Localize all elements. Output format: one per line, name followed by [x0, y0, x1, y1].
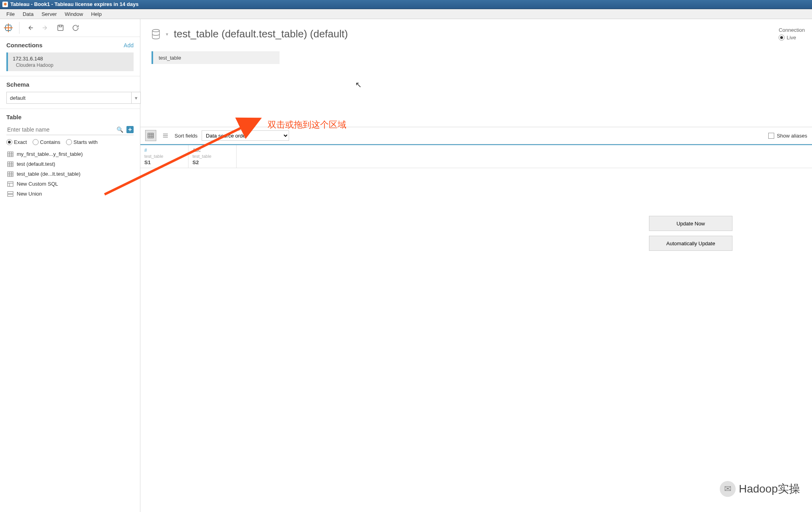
- list-view-button[interactable]: [160, 130, 171, 141]
- auto-update-button[interactable]: Automatically Update: [649, 236, 732, 251]
- union-icon: [7, 191, 14, 197]
- preview-area: Update Now Automatically Update ✉ Hadoop…: [140, 168, 812, 512]
- column-header[interactable]: Abc test_table S2: [188, 145, 237, 168]
- schema-dropdown[interactable]: default ▾: [6, 92, 141, 104]
- svg-rect-20: [8, 192, 13, 194]
- table-item[interactable]: my_first_table...y_first_table): [6, 149, 134, 159]
- svg-rect-24: [148, 133, 153, 138]
- add-connection-link[interactable]: Add: [124, 42, 134, 48]
- refresh-button[interactable]: [71, 23, 80, 32]
- toolbar-separator: [19, 22, 19, 34]
- tableau-logo-icon: [4, 23, 13, 32]
- update-now-button[interactable]: Update Now: [649, 216, 732, 231]
- svg-rect-7: [8, 162, 13, 167]
- svg-point-22: [152, 29, 159, 32]
- canvas-table-pill[interactable]: test_table: [152, 51, 280, 64]
- connections-label: Connections: [6, 42, 43, 48]
- wechat-icon: ✉: [720, 481, 736, 497]
- connection-mode: Connection Live: [779, 27, 805, 41]
- svg-rect-17: [8, 182, 13, 186]
- sort-dropdown[interactable]: Data source order: [202, 130, 289, 141]
- forward-button[interactable]: [41, 23, 50, 32]
- cursor-icon: ↖: [355, 80, 362, 89]
- connections-section: Connections Add 172.31.6.148 Cloudera Ha…: [0, 37, 140, 76]
- datasource-header: ▾ test_table (default.test_table) (defau…: [140, 19, 812, 44]
- show-aliases-checkbox[interactable]: [768, 133, 774, 139]
- table-label: Table: [6, 114, 21, 120]
- join-canvas[interactable]: test_table ↖ 双击或拖到这个区域: [140, 44, 812, 127]
- back-button[interactable]: [26, 23, 35, 32]
- connection-host: 172.31.6.148: [13, 56, 129, 62]
- type-icon: #: [144, 147, 184, 153]
- column-table: test_table: [192, 154, 232, 159]
- svg-rect-1: [59, 25, 62, 27]
- watermark: ✉ Hadoop实操: [720, 481, 800, 497]
- table-item[interactable]: test (default.test): [6, 159, 134, 169]
- menu-server[interactable]: Server: [37, 10, 60, 18]
- custom-sql-icon: [7, 181, 14, 187]
- connection-card[interactable]: 172.31.6.148 Cloudera Hadoop: [6, 52, 134, 71]
- match-contains[interactable]: Contains: [33, 139, 60, 145]
- match-starts-with[interactable]: Starts with: [66, 139, 98, 145]
- table-section: Table 🔍 + Exact Contains Starts with my_…: [0, 109, 140, 204]
- match-exact[interactable]: Exact: [6, 139, 27, 145]
- search-icon[interactable]: 🔍: [117, 126, 123, 133]
- database-icon: [152, 29, 160, 39]
- connection-live-radio[interactable]: Live: [779, 35, 805, 41]
- data-toolbar: Sort fields Data source order Show alias…: [140, 127, 812, 144]
- show-aliases-label: Show aliases: [777, 133, 807, 139]
- column-field: S2: [192, 159, 232, 165]
- svg-rect-12: [8, 172, 13, 176]
- schema-value: default: [10, 95, 25, 101]
- table-icon: [7, 171, 14, 177]
- add-table-button[interactable]: +: [126, 126, 134, 133]
- svg-rect-2: [8, 152, 13, 157]
- table-search-input[interactable]: [6, 126, 117, 133]
- svg-rect-0: [58, 25, 63, 30]
- match-mode-row: Exact Contains Starts with: [6, 139, 134, 145]
- tableau-app-icon: ✱: [2, 2, 8, 7]
- type-icon: Abc: [192, 147, 232, 153]
- table-item[interactable]: test_table (de...lt.test_table): [6, 169, 134, 179]
- menu-data[interactable]: Data: [19, 10, 37, 18]
- schema-section: Schema default ▾: [0, 76, 140, 109]
- datasource-title[interactable]: test_table (default.test_table) (default…: [174, 28, 348, 40]
- toolbar: [0, 19, 140, 37]
- connection-type: Cloudera Hadoop: [13, 62, 129, 68]
- data-grid: # test_table S1 Abc test_table S2: [140, 144, 812, 168]
- column-header[interactable]: # test_table S1: [140, 145, 188, 168]
- menu-help[interactable]: Help: [87, 10, 106, 18]
- connection-label: Connection: [779, 27, 805, 33]
- grid-view-button[interactable]: [145, 130, 156, 141]
- table-list: my_first_table...y_first_table) test (de…: [6, 149, 134, 199]
- sort-label: Sort fields: [175, 133, 198, 139]
- main-panel: ▾ test_table (default.test_table) (defau…: [140, 19, 812, 512]
- menu-file[interactable]: File: [2, 10, 19, 18]
- sidebar: Connections Add 172.31.6.148 Cloudera Ha…: [0, 19, 140, 512]
- svg-rect-21: [8, 194, 13, 196]
- new-union[interactable]: New Union: [6, 189, 134, 199]
- menubar: File Data Server Window Help: [0, 9, 812, 19]
- column-table: test_table: [144, 154, 184, 159]
- menu-window[interactable]: Window: [61, 10, 87, 18]
- table-icon: [7, 161, 14, 167]
- column-field: S1: [144, 159, 184, 165]
- chevron-down-icon: ▾: [131, 92, 140, 103]
- new-custom-sql[interactable]: New Custom SQL: [6, 179, 134, 189]
- save-button[interactable]: [56, 23, 65, 32]
- window-title: Tableau - Book1 - Tableau license expire…: [10, 0, 138, 9]
- table-icon: [7, 151, 14, 157]
- window-titlebar: ✱ Tableau - Book1 - Tableau license expi…: [0, 0, 812, 9]
- schema-label: Schema: [6, 81, 29, 88]
